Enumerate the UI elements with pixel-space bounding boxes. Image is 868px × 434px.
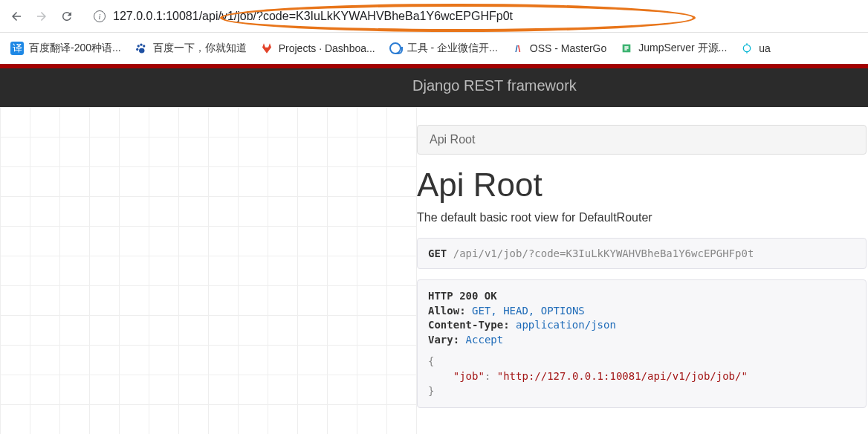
svg-point-0 (137, 45, 139, 47)
uat-icon (740, 42, 754, 55)
request-path: /api/v1/job/?code=K3IuLkKYWAHVBheBa1Y6wc… (453, 247, 754, 259)
bookmark-label: 工具 - 企业微信开... (407, 42, 498, 55)
reload-button[interactable] (58, 7, 76, 25)
page-right-content: Api Root Api Root The default basic root… (417, 107, 868, 434)
ctype-value: application/json (516, 319, 616, 331)
request-method: GET (428, 247, 447, 259)
address-bar[interactable]: i 127.0.0.1:10081/api/v1/job/?code=K3IuL… (83, 10, 861, 23)
response-box: HTTP 200 OK Allow: GET, HEAD, OPTIONS Co… (417, 279, 867, 408)
bookmark-wework[interactable]: 工具 - 企业微信开... (389, 42, 498, 55)
svg-point-3 (136, 48, 138, 51)
json-close-brace: } (428, 385, 434, 397)
bookmarks-bar: 译 百度翻译-200种语... 百度一下，你就知道 Projects · Das… (0, 33, 868, 64)
arrow-left-icon (10, 10, 23, 23)
arrow-right-icon (35, 10, 48, 23)
response-status: HTTP 200 OK (428, 290, 497, 302)
svg-point-4 (139, 48, 145, 54)
bookmark-gitlab[interactable]: Projects · Dashboa... (260, 42, 375, 55)
page-description: The default basic root view for DefaultR… (417, 211, 868, 224)
bookmark-label: JumpServer 开源... (638, 42, 727, 55)
ctype-label: Content-Type: (428, 319, 510, 331)
json-key-job: "job" (453, 370, 485, 382)
bookmark-label: OSS - MasterGo (530, 42, 606, 54)
bookmark-label: 百度一下，你就知道 (153, 42, 247, 55)
vary-label: Vary: (428, 334, 459, 346)
baidu-paw-icon (135, 42, 148, 55)
bookmark-uat[interactable]: ua (740, 42, 771, 55)
bookmark-label: Projects · Dashboa... (279, 42, 375, 54)
vary-value: Accept (466, 334, 504, 346)
page-body: Api Root Api Root The default basic root… (0, 107, 868, 434)
bookmark-baidu[interactable]: 百度一下，你就知道 (135, 42, 247, 55)
svg-point-5 (744, 45, 751, 51)
mastergo-icon: /\ (511, 42, 525, 55)
svg-point-2 (143, 45, 145, 47)
request-box: GET /api/v1/job/?code=K3IuLkKYWAHVBheBa1… (417, 238, 867, 269)
bookmark-label: 百度翻译-200种语... (29, 42, 121, 55)
page-left-grid (0, 107, 417, 434)
bookmark-baidu-translate[interactable]: 译 百度翻译-200种语... (10, 42, 121, 55)
breadcrumb[interactable]: Api Root (417, 125, 867, 155)
browser-nav-bar: i 127.0.0.1:10081/api/v1/job/?code=K3IuL… (0, 0, 868, 33)
page-title: Api Root (417, 166, 868, 204)
translate-icon: 译 (10, 42, 24, 55)
wework-icon (389, 42, 402, 55)
back-button[interactable] (7, 7, 25, 25)
url-text: 127.0.0.1:10081/api/v1/job/?code=K3IuLkK… (113, 10, 513, 23)
bookmark-jumpserver[interactable]: JumpServer 开源... (620, 42, 727, 55)
jumpserver-icon (620, 42, 633, 55)
gitlab-icon (260, 42, 273, 55)
allow-label: Allow: (428, 305, 466, 317)
drf-brand-header[interactable]: Django REST framework (0, 68, 868, 107)
bookmark-mastergo[interactable]: /\ OSS - MasterGo (511, 42, 606, 55)
json-open-brace: { (428, 355, 434, 367)
site-info-icon[interactable]: i (94, 10, 106, 22)
forward-button[interactable] (33, 7, 51, 25)
reload-icon (60, 10, 74, 23)
json-val-job[interactable]: "http://127.0.0.1:10081/api/v1/job/job/" (497, 370, 748, 382)
bookmark-label: ua (759, 42, 771, 54)
allow-value: GET, HEAD, OPTIONS (472, 305, 585, 317)
svg-point-1 (140, 43, 142, 45)
